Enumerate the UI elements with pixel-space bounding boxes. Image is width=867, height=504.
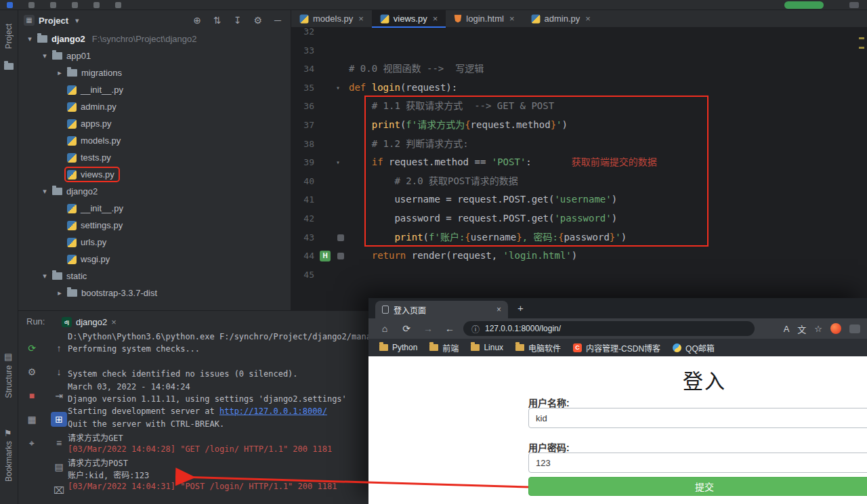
bookmarks-icon[interactable]: ⚑ [4,429,12,438]
tree-item[interactable]: __init__.py [18,81,291,98]
profile-avatar[interactable] [830,323,841,334]
close-icon[interactable]: × [111,317,117,327]
tab-admin.py[interactable]: admin.py× [523,10,599,27]
chevron-down-icon[interactable]: ▾ [75,16,79,25]
fold-icon[interactable]: ▾ [336,153,340,172]
down-icon[interactable]: ↓ [51,364,67,388]
url-text: 127.0.0.1:8000/login/ [485,324,561,333]
bookmark-电脑软件[interactable]: 电脑软件 [515,342,561,354]
grid-icon[interactable]: ▦ [24,412,40,436]
project-panel-icon[interactable]: ▦ [24,15,35,26]
structure-icon[interactable]: ▤ [4,352,12,362]
tree-item[interactable]: apps.py [18,115,291,132]
project-panel-title[interactable]: Project [39,16,68,26]
chevron-down-icon[interactable]: ▾ [39,51,51,60]
tree-item[interactable]: ▾django2 [18,183,291,200]
read_aloud-icon[interactable]: A [784,324,790,334]
tool-window-project[interactable]: Project [4,24,14,49]
titlebar-icon[interactable] [50,2,56,8]
close-icon[interactable]: × [433,14,438,24]
close-icon[interactable]: × [509,14,515,24]
bookmark-Python[interactable]: Python [379,343,417,352]
tree-item[interactable]: urls.py [18,234,291,251]
submit-button[interactable]: 提交 [528,477,867,496]
fit-icon[interactable]: ⊞ [51,412,67,427]
run-widget[interactable] [784,1,824,9]
wrench-icon[interactable]: ⚙ [24,364,40,388]
up-icon[interactable]: ↑ [51,341,67,364]
clear-icon[interactable]: ⌧ [51,483,67,504]
chevron-down-icon[interactable]: ▾ [39,187,51,196]
tree-item[interactable]: ▸bootstrap-3.3.7-dist [18,285,291,301]
gutter-icon[interactable] [337,234,344,241]
tree-item[interactable]: tests.py [18,149,291,166]
close-icon[interactable]: × [358,14,364,24]
tree-item[interactable]: __init__.py [18,200,291,217]
titlebar-icon[interactable] [7,2,13,8]
run-tab-django2[interactable]: dj django2 × [56,313,122,331]
tab-login.html[interactable]: login.html× [446,10,522,27]
tool-window-bookmarks[interactable]: Bookmarks [4,441,14,482]
refresh-icon[interactable]: ⟳ [396,323,417,334]
code-segment: login [372,82,400,93]
console-text: Django version 1.11.11, using settings '… [68,394,347,404]
tree-item[interactable]: ▸migrations [18,64,291,81]
titlebar-icon[interactable] [115,2,121,8]
template-gutter-icon[interactable]: H [320,251,331,261]
browser-nav-right: A文☆ [784,322,867,335]
chevron-down-icon[interactable]: ▾ [24,35,36,43]
rerun-icon[interactable]: ⟳ [24,341,40,364]
close-icon[interactable]: × [496,305,501,314]
titlebar-icon[interactable] [93,2,100,8]
bookmark-Linux[interactable]: Linux [471,343,503,352]
code-editor[interactable]: 323334# 0.0 视图函数 --> 写逻辑35▾def login(req… [291,28,867,310]
console-link[interactable]: http://127.0.0.1:8000/ [219,406,327,416]
username-input[interactable] [528,408,867,428]
hide-icon[interactable]: ─ [274,15,281,26]
tree-item[interactable]: ▾static [18,268,291,285]
tree-item[interactable]: settings.py [18,217,291,234]
bookmark-前端[interactable]: 前端 [429,342,459,354]
tool-window-structure[interactable]: Structure [4,365,14,398]
fold-icon[interactable]: ▾ [336,79,340,98]
forward-icon[interactable]: → [417,323,439,334]
tree-item[interactable]: models.py [18,132,291,149]
settings-icon[interactable]: ⚙ [254,15,263,26]
tree-item[interactable]: ▾django2F:\synchro\Project\django2 [18,30,291,47]
favorite-icon[interactable]: ☆ [814,324,822,334]
gutter-icon[interactable] [337,253,344,259]
tree-item[interactable]: views.py [18,166,291,183]
tree-item[interactable]: admin.py [18,98,291,115]
menu-icon[interactable]: ≡ [51,436,67,459]
password-input[interactable] [528,453,867,473]
locate-icon[interactable]: ⊕ [193,15,201,26]
pin-icon[interactable]: ⌖ [24,436,40,459]
bookmark-QQ邮箱[interactable]: QQ邮箱 [673,342,715,354]
browser-extra-icon[interactable] [849,324,860,333]
chevron-right-icon[interactable]: ▸ [54,289,66,297]
project-tool-icon[interactable] [4,63,14,70]
site-info-icon[interactable]: ⓘ [471,323,480,335]
new-tab-icon[interactable]: + [517,302,524,314]
close-icon[interactable]: × [585,14,591,24]
back-icon[interactable]: ← [439,323,461,334]
chevron-down-icon[interactable]: ▾ [39,272,51,280]
swap-icon[interactable]: ⇅ [213,15,221,26]
collapse-icon[interactable]: ↧ [234,15,242,26]
stop-icon[interactable]: ■ [24,388,40,412]
browser-tab[interactable]: 登入页面 × [375,301,508,318]
titlebar-extra-icon[interactable] [849,2,859,8]
chevron-right-icon[interactable]: ▸ [54,68,66,77]
tree-item[interactable]: ▾app01 [18,47,291,64]
tree-item[interactable]: wsgi.py [18,251,291,268]
titlebar-icon[interactable] [72,2,78,8]
list-icon[interactable]: ▤ [51,459,67,483]
titlebar-icon[interactable] [28,2,35,8]
home-icon[interactable]: ⌂ [374,323,396,334]
address-bar[interactable]: ⓘ 127.0.0.1:8000/login/ [463,321,755,336]
tab-models.py[interactable]: models.py× [291,10,372,27]
tab-views.py[interactable]: views.py× [372,10,446,27]
translate-icon[interactable]: 文 [797,322,806,335]
tabright-icon[interactable]: ⇥ [51,388,67,412]
bookmark-内容管理-CSDN博客[interactable]: C内容管理-CSDN博客 [573,342,660,354]
